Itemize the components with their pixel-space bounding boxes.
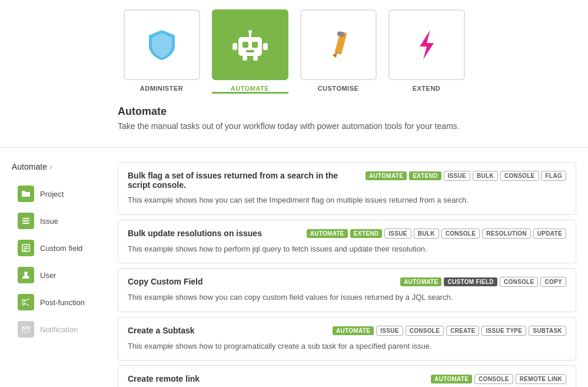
svg-rect-19: [24, 248, 28, 249]
tag-issue-4[interactable]: ISSUE: [376, 326, 403, 336]
sidebar-item-post-function[interactable]: Post-function: [12, 289, 106, 315]
tag-remote-link[interactable]: REMOTE LINK: [516, 374, 566, 384]
customise-icon-box: [300, 9, 377, 80]
tag-subtask[interactable]: SUBTASK: [529, 326, 566, 336]
card-create-subtask-tags: AUTOMATE ISSUE CONSOLE CREATE ISSUE TYPE…: [333, 326, 566, 336]
card-bulk-update-title[interactable]: Bulk update resolutions on issues: [128, 229, 301, 238]
card-create-remote-link-tags: AUTOMATE CONSOLE REMOTE LINK: [431, 374, 566, 384]
nav-extend[interactable]: EXTEND: [388, 9, 465, 92]
sidebar-label-notification: Notification: [40, 325, 78, 334]
sidebar-item-notification[interactable]: Notification: [12, 316, 106, 342]
tag-automate-4[interactable]: AUTOMATE: [333, 326, 374, 335]
list-icon: [18, 213, 34, 229]
tag-create[interactable]: CREATE: [446, 326, 479, 336]
nav-automate[interactable]: AUTOMATE: [212, 9, 288, 92]
tag-console-4[interactable]: CONSOLE: [406, 326, 444, 336]
bolt-icon: [409, 27, 444, 62]
tag-custom-field[interactable]: CUSTOM FIELD: [444, 277, 497, 286]
tag-console-3[interactable]: CONSOLE: [500, 277, 539, 287]
content-area: Bulk flag a set of issues returned from …: [118, 162, 576, 387]
form-icon: [18, 240, 34, 256]
sidebar-item-custom-field[interactable]: Custom field: [12, 235, 106, 261]
svg-rect-2: [252, 42, 258, 48]
extend-icon-box: [388, 9, 465, 80]
card-create-subtask-title[interactable]: Create a Subtask: [128, 326, 327, 335]
svg-marker-11: [333, 52, 337, 58]
tag-console-2[interactable]: CONSOLE: [441, 229, 480, 239]
svg-line-24: [25, 299, 29, 301]
sidebar-item-project[interactable]: Project: [12, 181, 106, 207]
card-bulk-update-header: Bulk update resolutions on issues AUTOMA…: [128, 229, 566, 239]
card-copy-custom-field-title[interactable]: Copy Custom Field: [128, 277, 394, 286]
card-create-remote-link-header: Create remote link AUTOMATE CONSOLE REMO…: [128, 374, 566, 384]
nav-administer[interactable]: ADMINISTER: [124, 9, 200, 92]
tag-update[interactable]: UPDATE: [533, 229, 566, 239]
robot-icon: [230, 24, 271, 65]
automate-label: AUTOMATE: [231, 85, 269, 92]
tag-flag[interactable]: FLAG: [542, 171, 566, 181]
tag-copy[interactable]: COPY: [540, 277, 566, 287]
card-create-remote-link-title[interactable]: Create remote link: [128, 374, 425, 383]
extend-label: EXTEND: [413, 85, 441, 92]
customise-label: CUSTOMISE: [318, 85, 359, 92]
tag-resolution[interactable]: RESOLUTION: [482, 229, 531, 239]
top-navigation: ADMINISTER AUTOMATE: [0, 0, 588, 92]
sidebar-items: Project Issue Custom field User: [12, 181, 106, 342]
svg-rect-3: [246, 50, 254, 52]
card-create-subtask-desc: This example shows how to programaticall…: [128, 340, 566, 352]
breadcrumb: Automate ›: [12, 162, 106, 171]
tag-automate-3[interactable]: AUTOMATE: [400, 277, 441, 286]
svg-rect-20: [24, 250, 26, 251]
section-desc: Take the manual tasks out of your workfl…: [118, 121, 470, 131]
card-create-subtask: Create a Subtask AUTOMATE ISSUE CONSOLE …: [118, 317, 576, 361]
sidebar-label-custom-field: Custom field: [40, 244, 82, 253]
underline-extend: [388, 92, 465, 94]
card-bulk-flag: Bulk flag a set of issues returned from …: [118, 162, 576, 215]
nav-customise[interactable]: CUSTOMISE: [300, 9, 377, 92]
svg-rect-16: [22, 223, 29, 224]
card-bulk-flag-title[interactable]: Bulk flag a set of issues returned from …: [128, 171, 360, 190]
user-icon: [18, 267, 34, 283]
card-create-subtask-header: Create a Subtask AUTOMATE ISSUE CONSOLE …: [128, 326, 566, 336]
svg-point-22: [22, 299, 25, 302]
svg-rect-6: [232, 43, 237, 50]
svg-rect-0: [238, 37, 262, 56]
tag-issue-2[interactable]: ISSUE: [384, 229, 411, 239]
underline-automate: [212, 92, 288, 94]
svg-point-21: [24, 272, 28, 275]
tag-console[interactable]: CONSOLE: [500, 171, 539, 181]
tag-console-5[interactable]: CONSOLE: [474, 374, 513, 384]
svg-point-5: [248, 30, 252, 34]
tag-extend[interactable]: EXTEND: [409, 171, 441, 180]
card-bulk-flag-tags: AUTOMATE EXTEND ISSUE BULK CONSOLE FLAG: [366, 171, 566, 181]
card-bulk-update-desc: This example shows how to perform jql qu…: [128, 243, 566, 255]
tag-automate-5[interactable]: AUTOMATE: [431, 375, 472, 383]
svg-point-23: [22, 303, 25, 305]
tag-automate[interactable]: AUTOMATE: [366, 171, 407, 180]
sidebar: Automate › Project Issue Custom fie: [12, 162, 106, 387]
card-bulk-flag-desc: This example shows how you can set the I…: [128, 194, 566, 206]
svg-rect-14: [22, 218, 29, 219]
tag-bulk-2[interactable]: BULK: [414, 229, 439, 239]
sidebar-item-issue[interactable]: Issue: [12, 208, 106, 234]
tag-automate-2[interactable]: AUTOMATE: [307, 229, 348, 238]
scissor-icon: [18, 294, 34, 310]
sidebar-item-user[interactable]: User: [12, 262, 106, 288]
sidebar-label-issue: Issue: [40, 217, 58, 226]
tag-issue[interactable]: ISSUE: [444, 171, 471, 181]
sidebar-label-post-function: Post-function: [40, 298, 85, 307]
tag-issue-type[interactable]: ISSUE TYPE: [481, 326, 526, 336]
section-divider: [0, 147, 588, 148]
tag-bulk[interactable]: BULK: [473, 171, 498, 181]
administer-label: ADMINISTER: [140, 85, 183, 92]
folder-icon: [18, 186, 34, 202]
svg-rect-18: [24, 246, 28, 247]
sidebar-label-user: User: [40, 271, 56, 280]
mail-icon: [18, 321, 34, 338]
breadcrumb-parent: Automate: [12, 162, 47, 171]
svg-rect-8: [242, 56, 247, 61]
tag-extend-2[interactable]: EXTEND: [350, 229, 382, 238]
card-bulk-update: Bulk update resolutions on issues AUTOMA…: [118, 220, 576, 264]
svg-rect-15: [22, 220, 29, 221]
card-bulk-update-tags: AUTOMATE EXTEND ISSUE BULK CONSOLE RESOL…: [307, 229, 566, 239]
